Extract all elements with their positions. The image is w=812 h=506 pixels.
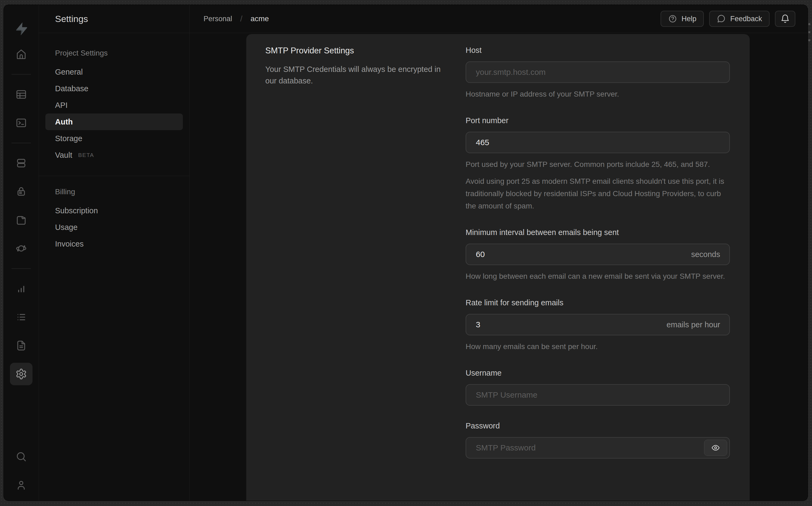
terminal-icon <box>15 117 27 129</box>
page-title: Settings <box>55 14 88 24</box>
notifications-button[interactable] <box>775 11 795 27</box>
breadcrumb-org[interactable]: Personal <box>204 15 232 23</box>
folder-icon <box>15 214 27 226</box>
rail-divider <box>11 143 31 143</box>
host-help: Hostname or IP address of your SMTP serv… <box>466 88 730 100</box>
host-input[interactable] <box>466 62 730 83</box>
username-label: Username <box>466 368 730 378</box>
password-label: Password <box>466 421 730 431</box>
sql-editor-button[interactable] <box>10 114 32 132</box>
settings-button[interactable] <box>10 363 32 385</box>
content-area: SMTP Provider Settings Your SMTP Credent… <box>190 33 808 501</box>
password-field-group: Password <box>466 421 730 458</box>
sidebar-item-vault[interactable]: Vault BETA <box>46 147 183 163</box>
reveal-password-button[interactable] <box>704 440 727 456</box>
section-title-project-settings: Project Settings <box>39 45 189 61</box>
breadcrumb-separator: / <box>240 14 242 23</box>
panel-intro: SMTP Provider Settings Your SMTP Credent… <box>265 45 447 501</box>
sidebar-item-storage[interactable]: Storage <box>46 130 183 147</box>
main-area: Personal / acme Help Feedba <box>190 5 808 501</box>
rate-help: How many emails can be sent per hour. <box>466 340 730 353</box>
host-label: Host <box>466 45 730 55</box>
smtp-form: Host Hostname or IP address of your SMTP… <box>466 45 730 501</box>
help-circle-icon <box>668 14 677 23</box>
orbit-icon <box>15 243 27 254</box>
edge-functions-button[interactable] <box>10 240 32 257</box>
auth-button[interactable] <box>10 183 32 200</box>
storage-button[interactable] <box>10 212 32 229</box>
sidebar-item-usage[interactable]: Usage <box>46 219 183 236</box>
rail-divider <box>11 268 31 269</box>
port-field-group: Port number Port used by your SMTP serve… <box>466 116 730 212</box>
rate-label: Rate limit for sending emails <box>466 298 730 308</box>
sidebar-item-general[interactable]: General <box>46 64 183 80</box>
database-button[interactable] <box>10 155 32 172</box>
feedback-button[interactable]: Feedback <box>709 11 769 27</box>
list-icon <box>15 311 27 323</box>
sidebar-item-auth[interactable]: Auth <box>46 113 183 130</box>
password-input[interactable] <box>466 437 730 458</box>
supabase-logo-icon[interactable] <box>13 20 30 37</box>
bar-chart-icon <box>15 283 27 294</box>
table-icon <box>15 89 27 100</box>
port-label: Port number <box>466 116 730 125</box>
port-help: Port used by your SMTP server. Common po… <box>466 158 730 171</box>
settings-sidebar: Settings Project Settings General Databa… <box>39 5 190 501</box>
panel-description: Your SMTP Credentials will always be enc… <box>265 64 447 87</box>
username-field-group: Username <box>466 368 730 406</box>
rate-input[interactable] <box>466 314 730 335</box>
port-input[interactable] <box>466 132 730 153</box>
sidebar-item-subscription[interactable]: Subscription <box>46 202 183 219</box>
beta-badge: BETA <box>78 152 94 158</box>
eye-icon <box>711 443 720 452</box>
gear-icon <box>15 368 27 380</box>
username-input[interactable] <box>466 384 730 406</box>
logs-button[interactable] <box>10 309 32 326</box>
settings-nav: Project Settings General Database API Au… <box>39 33 189 252</box>
help-button[interactable]: Help <box>661 11 704 27</box>
window-scrollbar[interactable] <box>808 23 810 41</box>
sidebar-header: Settings <box>39 5 189 33</box>
port-note: Avoid using port 25 as modern SMTP email… <box>466 175 730 212</box>
section-title-billing: Billing <box>39 184 189 199</box>
file-text-icon <box>15 340 27 351</box>
home-button[interactable] <box>10 46 32 63</box>
interval-help: How long between each email can a new em… <box>466 270 730 282</box>
interval-field-group: Minimum interval between emails being se… <box>466 228 730 282</box>
profile-button[interactable] <box>10 477 32 494</box>
interval-input[interactable] <box>466 244 730 265</box>
sidebar-divider <box>39 176 189 176</box>
bell-icon <box>780 14 790 24</box>
user-icon <box>15 479 27 491</box>
api-docs-button[interactable] <box>10 337 32 354</box>
breadcrumb: Personal / acme <box>204 14 269 23</box>
app-window: Settings Project Settings General Databa… <box>4 5 808 501</box>
search-button[interactable] <box>10 448 32 465</box>
reports-button[interactable] <box>10 280 32 297</box>
topbar: Personal / acme Help Feedba <box>190 5 808 33</box>
topbar-actions: Help Feedback <box>661 11 795 27</box>
breadcrumb-project[interactable]: acme <box>250 14 269 23</box>
table-editor-button[interactable] <box>10 86 32 103</box>
sidebar-item-database[interactable]: Database <box>46 80 183 97</box>
sidebar-item-api[interactable]: API <box>46 97 183 113</box>
panel-title: SMTP Provider Settings <box>265 45 447 56</box>
nav-rail <box>4 5 39 501</box>
search-icon <box>15 451 27 462</box>
smtp-settings-panel: SMTP Provider Settings Your SMTP Credent… <box>246 34 750 501</box>
sidebar-item-invoices[interactable]: Invoices <box>46 236 183 252</box>
interval-label: Minimum interval between emails being se… <box>466 228 730 237</box>
database-icon <box>15 157 27 169</box>
lock-icon <box>15 186 27 197</box>
rate-field-group: Rate limit for sending emails emails per… <box>466 298 730 353</box>
host-field-group: Host Hostname or IP address of your SMTP… <box>466 45 730 100</box>
speech-bubble-icon <box>717 14 726 23</box>
rail-divider <box>11 74 31 75</box>
